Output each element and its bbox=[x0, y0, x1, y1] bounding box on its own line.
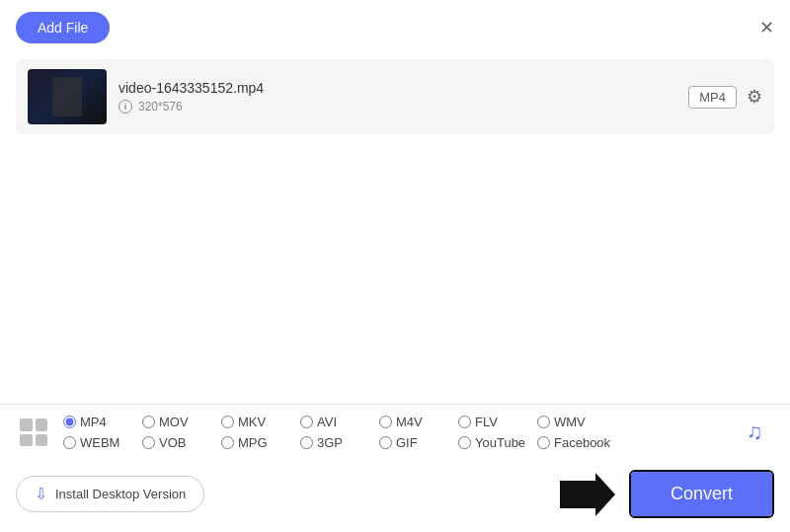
close-button[interactable]: ✕ bbox=[759, 19, 774, 37]
app-window: Add File ✕ video-1643335152.mp4 i 320*57… bbox=[0, 0, 790, 532]
file-item: video-1643335152.mp4 i 320*576 MP4 ⚙ bbox=[16, 59, 774, 134]
add-file-button[interactable]: Add File bbox=[16, 12, 110, 43]
action-bar: ⇩ Install Desktop Version Convert bbox=[0, 460, 790, 532]
convert-area: Convert bbox=[560, 470, 774, 518]
thumbnail-image bbox=[28, 69, 107, 124]
format-section: MP4 MOV MKV AVI M4V FLV bbox=[16, 415, 774, 450]
format-gif[interactable]: GIF bbox=[379, 435, 458, 450]
file-thumbnail bbox=[28, 69, 107, 124]
install-desktop-button[interactable]: ⇩ Install Desktop Version bbox=[16, 476, 204, 512]
format-m4v[interactable]: M4V bbox=[379, 415, 458, 429]
convert-button-wrapper: Convert bbox=[629, 470, 774, 518]
format-row-1: MP4 MOV MKV AVI M4V FLV bbox=[63, 415, 723, 429]
file-name: video-1643335152.mp4 bbox=[118, 80, 676, 96]
format-vob[interactable]: VOB bbox=[142, 435, 221, 450]
video-format-icon bbox=[16, 415, 51, 450]
format-flv[interactable]: FLV bbox=[458, 415, 537, 429]
arrow-icon bbox=[560, 473, 615, 516]
file-resolution: 320*576 bbox=[138, 100, 183, 114]
format-mpg[interactable]: MPG bbox=[221, 435, 300, 450]
audio-format-icon[interactable]: ♫ bbox=[735, 419, 774, 445]
grid-cell-3 bbox=[20, 434, 33, 447]
file-list: video-1643335152.mp4 i 320*576 MP4 ⚙ bbox=[0, 51, 790, 404]
file-info: video-1643335152.mp4 i 320*576 bbox=[118, 80, 676, 114]
grid-cell-2 bbox=[36, 418, 48, 431]
format-badge: MP4 bbox=[688, 86, 737, 109]
svg-marker-0 bbox=[560, 473, 615, 516]
format-youtube[interactable]: YouTube bbox=[458, 435, 537, 450]
format-avi[interactable]: AVI bbox=[300, 415, 379, 429]
install-label: Install Desktop Version bbox=[55, 487, 186, 501]
format-3gp[interactable]: 3GP bbox=[300, 435, 379, 450]
convert-button[interactable]: Convert bbox=[631, 472, 772, 516]
format-mp4[interactable]: MP4 bbox=[63, 415, 142, 429]
format-bar: MP4 MOV MKV AVI M4V FLV bbox=[0, 404, 790, 460]
info-icon: i bbox=[118, 100, 132, 114]
file-meta: i 320*576 bbox=[118, 100, 676, 114]
format-row-2: WEBM VOB MPG 3GP GIF YouT bbox=[63, 435, 723, 450]
top-bar: Add File ✕ bbox=[0, 0, 790, 51]
thumbnail-figure bbox=[52, 77, 82, 116]
format-options: MP4 MOV MKV AVI M4V FLV bbox=[63, 415, 723, 450]
format-mov[interactable]: MOV bbox=[142, 415, 221, 429]
format-mkv[interactable]: MKV bbox=[221, 415, 300, 429]
settings-icon[interactable]: ⚙ bbox=[747, 86, 762, 108]
download-icon: ⇩ bbox=[35, 485, 47, 503]
grid-cell-4 bbox=[36, 434, 48, 447]
format-facebook[interactable]: Facebook bbox=[537, 435, 616, 450]
format-wmv[interactable]: WMV bbox=[537, 415, 616, 429]
file-actions: MP4 ⚙ bbox=[688, 86, 762, 109]
format-webm[interactable]: WEBM bbox=[63, 435, 142, 450]
grid-cell-1 bbox=[20, 418, 33, 431]
